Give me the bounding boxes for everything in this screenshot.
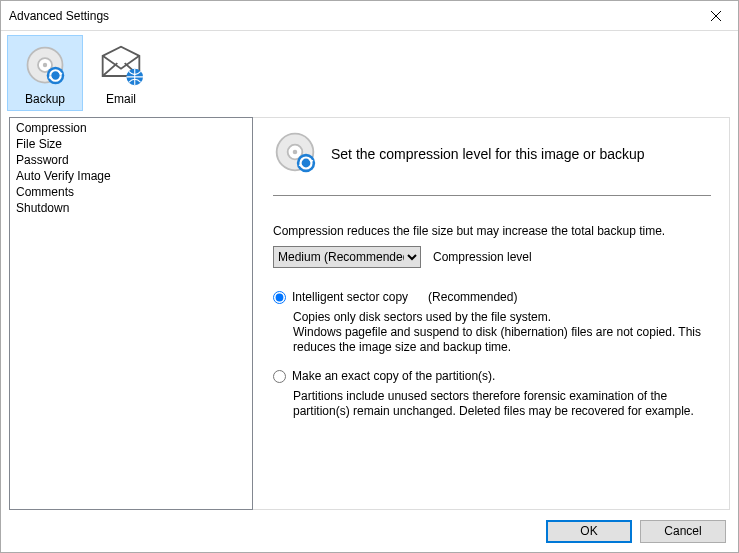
radio-intelligent-label: Intelligent sector copy	[292, 290, 408, 304]
disk-backup-icon	[8, 42, 82, 88]
disk-backup-icon	[273, 130, 317, 177]
radio-intelligent[interactable]: Intelligent sector copy (Recommended)	[273, 290, 711, 304]
tab-email[interactable]: Email	[83, 35, 159, 111]
sidebar-item-label: Auto Verify Image	[16, 169, 111, 183]
radio-intelligent-reco: (Recommended)	[428, 290, 517, 304]
cancel-button[interactable]: Cancel	[640, 520, 726, 543]
sidebar-item-filesize[interactable]: File Size	[10, 136, 252, 152]
svg-point-2	[43, 63, 47, 67]
compression-dropdown-label: Compression level	[433, 250, 532, 264]
body: Compression File Size Password Auto Veri…	[1, 111, 738, 510]
footer: OK Cancel	[1, 510, 738, 552]
compression-row: Medium (Recommended) Compression level	[273, 246, 711, 268]
sidebar-item-label: Compression	[16, 121, 87, 135]
sidebar-item-password[interactable]: Password	[10, 152, 252, 168]
ok-button[interactable]: OK	[546, 520, 632, 543]
titlebar: Advanced Settings	[1, 1, 738, 31]
toolbar: Backup Email	[1, 31, 738, 111]
sidebar-item-label: File Size	[16, 137, 62, 151]
radio-group-intelligent: Intelligent sector copy (Recommended) Co…	[273, 290, 711, 355]
sidebar-item-label: Comments	[16, 185, 74, 199]
close-button[interactable]	[693, 1, 738, 30]
tab-backup[interactable]: Backup	[7, 35, 83, 111]
sidebar-item-shutdown[interactable]: Shutdown	[10, 200, 252, 216]
panel-header: Set the compression level for this image…	[273, 130, 711, 196]
compression-dropdown[interactable]: Medium (Recommended)	[273, 246, 421, 268]
panel-title: Set the compression level for this image…	[331, 146, 645, 162]
radio-intelligent-input[interactable]	[273, 291, 286, 304]
sidebar: Compression File Size Password Auto Veri…	[9, 117, 253, 510]
sidebar-item-label: Password	[16, 153, 69, 167]
sidebar-item-comments[interactable]: Comments	[10, 184, 252, 200]
radio-group-exact: Make an exact copy of the partition(s). …	[273, 369, 711, 419]
panel-description: Compression reduces the file size but ma…	[273, 224, 711, 238]
radio-exact[interactable]: Make an exact copy of the partition(s).	[273, 369, 711, 383]
window-title: Advanced Settings	[9, 9, 109, 23]
radio-exact-input[interactable]	[273, 370, 286, 383]
radio-intelligent-detail: Copies only disk sectors used by the fil…	[293, 310, 711, 355]
tab-backup-label: Backup	[8, 88, 82, 106]
sidebar-item-label: Shutdown	[16, 201, 69, 215]
tab-email-label: Email	[84, 88, 158, 106]
radio-exact-label: Make an exact copy of the partition(s).	[292, 369, 495, 383]
email-icon	[84, 42, 158, 88]
svg-point-7	[293, 150, 298, 155]
sidebar-item-autoverify[interactable]: Auto Verify Image	[10, 168, 252, 184]
radio-exact-detail: Partitions include unused sectors theref…	[293, 389, 711, 419]
sidebar-item-compression[interactable]: Compression	[10, 120, 252, 136]
close-icon	[711, 11, 721, 21]
main-panel: Set the compression level for this image…	[253, 117, 730, 510]
